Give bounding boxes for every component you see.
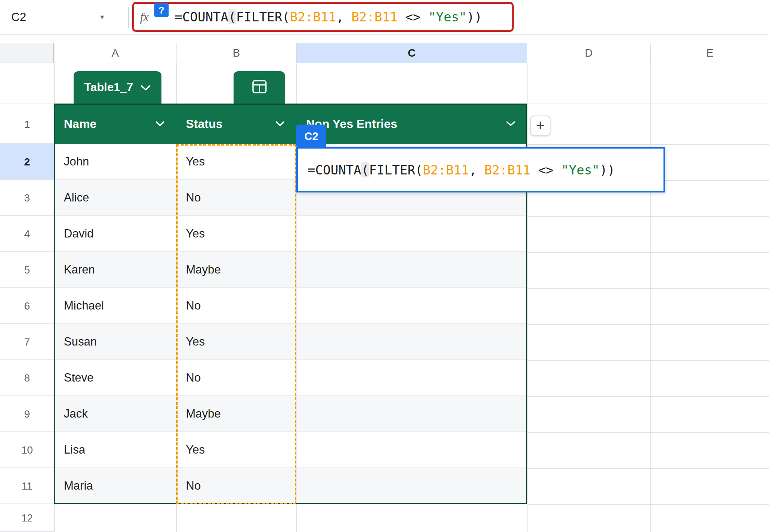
formula-token: ( xyxy=(228,9,236,24)
cell-name[interactable]: Steve xyxy=(64,360,93,395)
active-cell-badge: C2 xyxy=(296,125,326,148)
table-menu-chip[interactable] xyxy=(234,71,285,104)
gridline xyxy=(527,432,769,433)
column-header-D[interactable]: D xyxy=(527,43,650,63)
formula-help-badge[interactable]: ? xyxy=(154,3,169,17)
formula-token: "Yes" xyxy=(561,162,600,177)
cell-status[interactable]: Maybe xyxy=(186,252,221,287)
table-name-chip[interactable]: Table1_7 xyxy=(74,71,161,104)
table-header-non-yes-entries[interactable]: Non Yes Entries xyxy=(296,104,527,144)
gridline xyxy=(527,144,769,145)
row-header-8[interactable]: 8 xyxy=(0,360,54,396)
gridline xyxy=(296,504,297,532)
formula-token: B2:B11 xyxy=(423,162,469,177)
formula-token: , xyxy=(336,9,351,24)
column-header-B[interactable]: B xyxy=(176,43,296,63)
table-name: Table1_7 xyxy=(84,81,133,94)
cell-name[interactable]: Susan xyxy=(64,324,97,359)
table-row: LisaYes xyxy=(54,432,527,468)
row-header-7[interactable]: 7 xyxy=(0,324,54,360)
cell-name[interactable]: Lisa xyxy=(64,432,85,467)
gridline xyxy=(296,63,297,104)
fx-icon: fx xyxy=(140,10,149,24)
row-header-2[interactable]: 2 xyxy=(0,144,54,180)
cell-name[interactable]: Michael xyxy=(64,288,104,323)
formula-token: FILTER( xyxy=(236,9,290,24)
column-header-C[interactable]: C xyxy=(296,43,527,63)
table-row: MichaelNo xyxy=(54,288,527,324)
table-header-name[interactable]: Name xyxy=(54,104,176,144)
select-all-corner[interactable] xyxy=(0,43,54,63)
cell-status[interactable]: Yes xyxy=(186,216,205,251)
formula-token: "Yes" xyxy=(428,9,467,24)
row-header-6[interactable]: 6 xyxy=(0,288,54,324)
cell-name[interactable]: Maria xyxy=(64,468,93,503)
formula-bar-input[interactable]: =COUNTA(FILTER(B2:B11, B2:B11 <> "Yes")) xyxy=(175,9,482,24)
gridline xyxy=(527,468,769,469)
cell-name[interactable]: David xyxy=(64,216,93,251)
cell-name[interactable]: John xyxy=(64,144,89,179)
cell-status[interactable]: Yes xyxy=(186,144,205,179)
cell-status[interactable]: No xyxy=(186,360,201,395)
gridline xyxy=(176,63,177,104)
row-header-11[interactable]: 11 xyxy=(0,468,54,504)
table-row: SusanYes xyxy=(54,324,527,360)
column-header-A[interactable]: A xyxy=(54,43,176,63)
gridline xyxy=(527,104,769,104)
chevron-down-icon[interactable] xyxy=(275,121,285,127)
gridline xyxy=(527,360,769,361)
gridline xyxy=(527,504,769,505)
row-header-1[interactable]: 1 xyxy=(0,104,54,144)
row-header-4[interactable]: 4 xyxy=(0,216,54,252)
table-icon xyxy=(251,78,268,96)
gridline xyxy=(176,144,177,504)
formula-token: ( xyxy=(361,162,369,177)
column-header-E[interactable]: E xyxy=(650,43,769,63)
chevron-down-icon[interactable] xyxy=(155,121,165,127)
name-box[interactable]: C2 xyxy=(11,0,26,35)
row-header-5[interactable]: 5 xyxy=(0,252,54,288)
formula-token: B2:B11 xyxy=(484,162,531,177)
row-header-9[interactable]: 9 xyxy=(0,396,54,432)
gridline xyxy=(176,504,177,532)
row-header-3[interactable]: 3 xyxy=(0,180,54,216)
column-headers: ABCDE xyxy=(0,43,769,63)
table-header-label: Name xyxy=(64,117,97,131)
formula-token: <> xyxy=(398,9,428,24)
formula-token: )) xyxy=(467,9,482,24)
cell-status[interactable]: Maybe xyxy=(186,396,221,431)
cell-name[interactable]: Jack xyxy=(64,396,88,431)
formula-token: B2:B11 xyxy=(351,9,398,24)
cell-editor-input[interactable]: =COUNTA(FILTER(B2:B11, B2:B11 <> "Yes")) xyxy=(308,162,615,177)
gridline xyxy=(527,396,769,397)
table-row: MariaNo xyxy=(54,468,527,504)
gridline xyxy=(54,504,55,532)
gridline xyxy=(527,288,769,289)
spreadsheet-app: C2 ▼ fx ? =COUNTA(FILTER(B2:B11, B2:B11 … xyxy=(0,0,769,532)
cell-status[interactable]: Yes xyxy=(186,324,205,359)
formula-token: , xyxy=(469,162,484,177)
row-header-12[interactable]: 12 xyxy=(0,504,54,532)
cell-status[interactable]: No xyxy=(186,468,201,503)
cell-status[interactable]: No xyxy=(186,180,201,215)
gridline xyxy=(527,63,528,532)
chevron-down-icon[interactable] xyxy=(506,121,516,127)
row-header-10[interactable]: 10 xyxy=(0,432,54,468)
table-row: DavidYes xyxy=(54,216,527,252)
table-row: JackMaybe xyxy=(54,396,527,432)
gridline xyxy=(296,144,297,504)
cell-name[interactable]: Karen xyxy=(64,252,95,287)
formula-token: )) xyxy=(600,162,615,177)
name-box-dropdown-icon[interactable]: ▼ xyxy=(99,0,105,35)
gridline xyxy=(527,216,769,217)
formula-token: =COUNTA xyxy=(175,9,228,24)
formula-token: =COUNTA xyxy=(308,162,361,177)
table-row: SteveNo xyxy=(54,360,527,396)
table-row: KarenMaybe xyxy=(54,252,527,288)
cell-status[interactable]: Yes xyxy=(186,432,205,467)
cell-editor[interactable]: =COUNTA(FILTER(B2:B11, B2:B11 <> "Yes")) xyxy=(296,147,665,192)
table-header-status[interactable]: Status xyxy=(176,104,296,144)
add-column-button[interactable]: + xyxy=(530,116,550,136)
cell-name[interactable]: Alice xyxy=(64,180,89,215)
cell-status[interactable]: No xyxy=(186,288,201,323)
